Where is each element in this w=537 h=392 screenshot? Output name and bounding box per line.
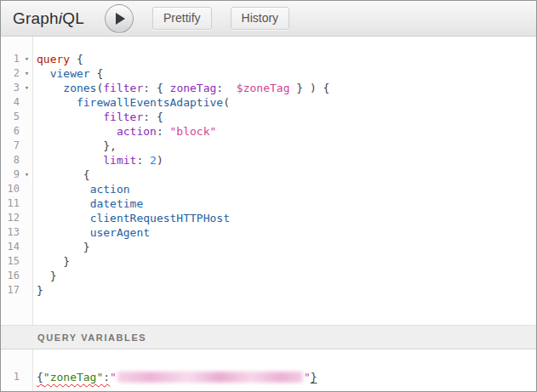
line-number: 7 [1,139,21,153]
code-line[interactable]: userAgent [37,225,536,240]
line-number: 9 [1,168,21,182]
code-token: ) [157,154,163,167]
line-number: 2 [1,66,21,81]
line-number: 10 [1,182,21,196]
topbar: GraphiQL Prettify History [1,1,536,37]
line-number: 6 [1,124,21,139]
fold-arrow-icon[interactable]: ▾ [21,66,32,81]
code-token: } [311,371,317,383]
query-variables-title: QUERY VARIABLES [37,332,146,343]
code-line[interactable]: } [37,269,536,283]
line-number: 3 [1,81,21,95]
line-number: 5 [1,110,21,124]
code-line[interactable]: filter: { [37,110,536,124]
code-token: userAgent [90,226,150,239]
variables-code-line[interactable]: {"zoneTag":""} [37,370,536,384]
logo-text-1: Graph [13,9,59,27]
code-token: clientRequestHTTPHost [90,212,230,224]
code-line[interactable]: } [37,240,536,254]
code-token [37,96,77,109]
code-line[interactable]: } [37,254,536,269]
query-variables-title-bar[interactable]: QUERY VARIABLES [1,325,536,349]
code-line[interactable]: }, [37,139,536,153]
code-token: { [37,371,43,383]
code-token: query [37,53,70,65]
code-line[interactable]: action [37,182,536,196]
code-line[interactable]: zones(filter: { zoneTag: $zoneTag } ) { [37,81,536,95]
code-token: 2 [150,154,157,167]
code-token: $zoneTag [237,82,290,94]
line-number: 12 [1,211,21,225]
logo-text-2: QL [62,9,84,27]
code-token: } [37,270,56,282]
code-line[interactable]: clientRequestHTTPHost [37,211,536,225]
code-token [37,212,90,224]
code-token: viewer [50,67,90,80]
play-icon [116,13,125,25]
code-token [37,183,90,196]
line-number: 14 [1,240,21,254]
fold-arrow-icon[interactable]: ▾ [21,52,32,66]
fold-arrow-icon[interactable]: ▾ [21,81,32,95]
code-token: { [37,168,90,181]
code-token [37,125,117,138]
variables-editor[interactable]: 1 {"zoneTag":""} [1,349,536,391]
code-token: "zoneTag" [43,371,103,383]
line-number: 13 [1,225,21,240]
redacted-value [117,372,303,383]
graphiql-window: GraphiQL Prettify History 1▾2▾3▾456789▾1… [0,0,537,392]
code-token [37,154,103,167]
code-line[interactable]: action: "block" [37,124,536,139]
code-line[interactable]: } [37,283,536,298]
query-editor-gutter: 1▾2▾3▾456789▾1011121314151617 [1,37,33,325]
line-number: 16 [1,269,21,283]
code-token: action [90,183,130,196]
code-token: } [37,241,90,253]
code-token: } [37,284,43,297]
history-button[interactable]: History [231,7,290,30]
code-token: : { [143,82,169,94]
code-token: "block" [170,125,217,138]
code-token: { [70,53,83,65]
code-token: action [117,125,157,138]
line-number: 17 [1,283,21,298]
code-token: : [216,82,236,94]
line-number: 1 [1,370,21,384]
code-token: filter [103,111,143,123]
variables-editor-code[interactable]: {"zoneTag":""} [33,349,536,391]
code-token: " [110,371,117,383]
code-token: limit [103,154,136,167]
code-token: " [304,371,311,383]
code-line[interactable]: { [37,168,536,182]
execute-query-button[interactable] [105,4,134,33]
code-token [37,226,90,239]
code-line[interactable]: firewallEventsAdaptive( [37,95,536,110]
code-token: }, [37,139,117,152]
line-number: 1 [1,52,21,66]
code-token [37,197,90,210]
line-number: 15 [1,254,21,269]
query-editor[interactable]: 1▾2▾3▾456789▾1011121314151617 query { vi… [1,37,536,325]
code-token: : [136,154,150,167]
code-line[interactable]: viewer { [37,66,536,81]
code-token: : [157,125,170,138]
code-line[interactable]: limit: 2) [37,153,536,168]
code-line[interactable]: datetime [37,196,536,211]
code-token: { [90,67,104,80]
code-token: filter [103,82,143,94]
code-token: firewallEventsAdaptive [77,96,223,109]
code-token [37,111,103,123]
prettify-button[interactable]: Prettify [152,7,212,30]
code-token: : { [143,111,163,123]
code-token [37,82,63,94]
graphiql-logo: GraphiQL [13,9,84,28]
code-token: datetime [90,197,144,210]
query-editor-code[interactable]: query { viewer { zones(filter: { zoneTag… [33,37,536,325]
code-token: } [37,255,70,268]
code-token: } ) { [289,82,329,94]
line-number: 4 [1,95,21,110]
code-line[interactable]: query { [37,52,536,66]
code-token [37,67,50,80]
fold-arrow-icon[interactable]: ▾ [21,168,32,182]
code-token: zones [63,82,96,94]
